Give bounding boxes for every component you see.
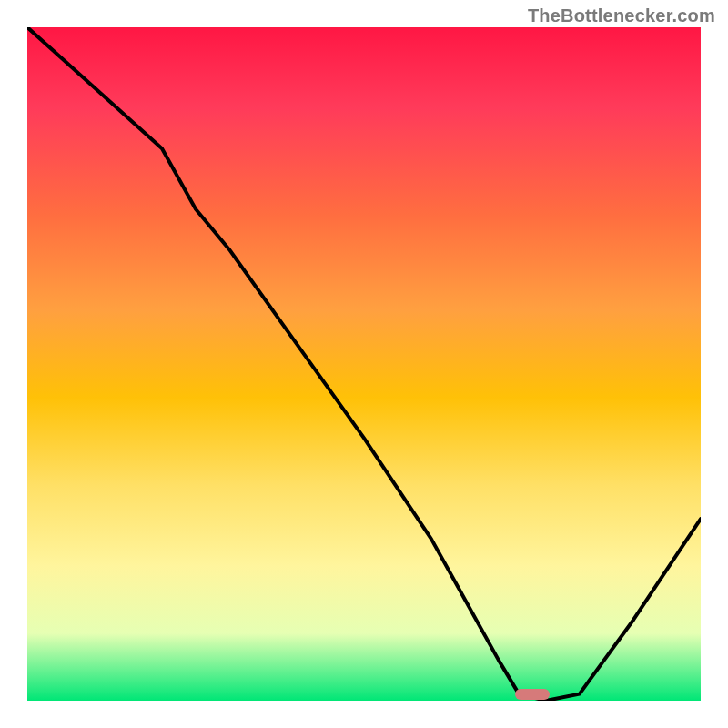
optimum-marker <box>515 689 550 700</box>
chart-area <box>27 27 701 701</box>
curve-line <box>27 27 701 701</box>
watermark-text: TheBottlenecker.com <box>528 5 715 26</box>
bottleneck-curve <box>27 27 701 701</box>
